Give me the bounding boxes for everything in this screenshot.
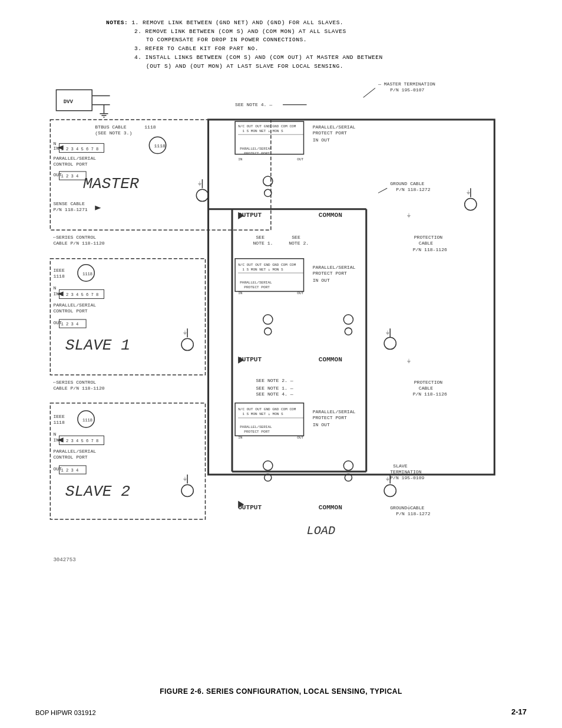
svg-text:P/N 118-1271: P/N 118-1271	[53, 207, 87, 212]
svg-text:IN: IN	[53, 146, 59, 151]
svg-text:NOTE 2.: NOTE 2.	[289, 241, 309, 246]
svg-text:GROUND CABLE: GROUND CABLE	[390, 181, 424, 186]
svg-text:←SERIES CONTROL: ←SERIES CONTROL	[53, 235, 96, 240]
svg-text:⏚: ⏚	[386, 476, 389, 482]
svg-text:⏚: ⏚	[407, 358, 411, 364]
svg-point-154	[384, 485, 396, 496]
svg-text:PARALLEL/SERIAL: PARALLEL/SERIAL	[240, 281, 272, 285]
svg-text:IN        OUT: IN OUT	[313, 137, 330, 143]
note-2b: TO COMPENSATE FOR DROP IN POWER CONNECTI…	[146, 37, 307, 43]
note-2-indent: 2. REMOVE LINK BETWEEN (COM S) AND (COM …	[134, 28, 346, 35]
svg-text:IN: IN	[238, 157, 243, 162]
svg-text:N/C OUT OUT GND GND COM COM: N/C OUT OUT GND GND COM COM	[238, 407, 296, 411]
svg-text:IN: IN	[238, 291, 243, 295]
svg-text:1 2 3 4: 1 2 3 4	[61, 174, 79, 179]
svg-text:COMMON: COMMON	[319, 504, 342, 511]
svg-text:P/N 195-0109: P/N 195-0109	[390, 475, 424, 480]
svg-text:⏚: ⏚	[198, 180, 201, 187]
diagram-svg: text { font-family: 'Courier New', monos…	[32, 56, 527, 637]
svg-text:SEE: SEE	[256, 235, 265, 240]
svg-rect-0	[56, 90, 92, 110]
svg-line-51	[378, 188, 387, 193]
svg-text:SLAVE 1: SLAVE 1	[65, 337, 130, 354]
svg-text:PROTECTION: PROTECTION	[414, 380, 443, 385]
svg-text:COMMON: COMMON	[319, 212, 342, 219]
svg-text:DVV: DVV	[64, 98, 74, 105]
note-1: 1. REMOVE LINK BETWEEN (GND NET) AND (GN…	[131, 19, 343, 26]
svg-point-133	[181, 485, 193, 496]
svg-text:1118: 1118	[82, 272, 92, 276]
svg-rect-52	[209, 120, 495, 475]
svg-text:1 2 3 4 5 6 7 8: 1 2 3 4 5 6 7 8	[61, 439, 99, 443]
svg-text:1118: 1118	[144, 124, 156, 130]
svg-text:1 2 3 4: 1 2 3 4	[61, 322, 79, 327]
svg-text:CONTROL PORT: CONTROL PORT	[53, 454, 87, 460]
svg-text:PARALLEL/SERIAL: PARALLEL/SERIAL	[313, 409, 356, 414]
svg-text:IN        OUT: IN OUT	[313, 422, 330, 427]
notes-label: NOTES:	[106, 19, 128, 26]
svg-text:P/N 118-1272: P/N 118-1272	[396, 187, 430, 192]
svg-text:PROTECT PORT: PROTECT PORT	[244, 285, 270, 289]
svg-text:P/N 118-1272: P/N 118-1272	[396, 511, 430, 516]
svg-point-101	[345, 328, 352, 335]
svg-text:1118: 1118	[53, 420, 65, 425]
svg-text:OUT: OUT	[297, 157, 303, 162]
svg-text:3042753: 3042753	[53, 556, 75, 563]
svg-text:PROTECT PORT: PROTECT PORT	[313, 130, 347, 136]
svg-text:COMMON: COMMON	[319, 356, 342, 363]
svg-point-147	[343, 461, 353, 470]
svg-text:IEEE: IEEE	[53, 268, 65, 273]
figure-caption: FIGURE 2-6. SERIES CONFIGURATION, LOCAL …	[160, 687, 402, 696]
svg-text:1 2 3 4 5 6 7 8: 1 2 3 4 5 6 7 8	[61, 147, 99, 151]
svg-text:PROTECT PORT: PROTECT PORT	[244, 151, 270, 156]
svg-point-145	[263, 461, 273, 470]
svg-text:PROTECT PORT: PROTECT PORT	[313, 415, 347, 420]
svg-text:CABLE: CABLE	[419, 241, 433, 246]
svg-text:N/C OUT OUT GND GND COM COM: N/C OUT OUT GND GND COM COM	[238, 263, 296, 267]
footer-left: BOP HIPWR 031912	[35, 709, 96, 716]
svg-text:BTBUS CABLE: BTBUS CABLE	[95, 124, 126, 130]
svg-point-166	[465, 199, 477, 210]
svg-text:IEEE: IEEE	[53, 414, 65, 419]
svg-point-46	[196, 189, 208, 201]
svg-point-98	[263, 315, 273, 324]
svg-text:PARALLEL/SERIAL: PARALLEL/SERIAL	[53, 449, 96, 454]
svg-text:1118: 1118	[82, 418, 92, 423]
svg-text:MASTER: MASTER	[83, 175, 139, 193]
svg-text:CONTROL PORT: CONTROL PORT	[53, 308, 87, 314]
svg-text:SEE NOTE 1. —: SEE NOTE 1. —	[256, 386, 293, 391]
svg-text:NOTE 1.: NOTE 1.	[253, 241, 273, 246]
svg-text:IN: IN	[53, 291, 59, 297]
svg-text:1   S   MON NET  ⏚  MON  S: 1 S MON NET ⏚ MON S	[242, 268, 283, 272]
svg-text:N/C OUT OUT GND GND COM COM: N/C OUT OUT GND GND COM COM	[238, 124, 296, 129]
svg-text:PARALLEL/SERIAL: PARALLEL/SERIAL	[53, 302, 96, 308]
svg-text:N: N	[53, 285, 56, 291]
svg-text:SENSE CABLE: SENSE CABLE	[53, 201, 84, 206]
svg-text:⏚: ⏚	[407, 505, 411, 511]
svg-text:SLAVE 2: SLAVE 2	[65, 483, 130, 500]
svg-text:OUT: OUT	[297, 291, 303, 295]
svg-text:←SERIES CONTROL: ←SERIES CONTROL	[53, 380, 96, 385]
svg-text:(SEE NOTE 3.): (SEE NOTE 3.)	[95, 130, 132, 136]
svg-text:PARALLEL/SERIAL: PARALLEL/SERIAL	[313, 265, 356, 270]
svg-text:P/N 195-0107: P/N 195-0107	[390, 87, 424, 93]
svg-marker-43	[95, 206, 101, 210]
svg-text:— MASTER TERMINATION: — MASTER TERMINATION	[378, 81, 435, 87]
svg-point-104	[384, 337, 396, 349]
svg-text:P/N 118-1126: P/N 118-1126	[413, 392, 447, 397]
svg-point-99	[265, 328, 272, 335]
svg-text:LOAD: LOAD	[307, 524, 336, 538]
svg-text:PROTECTION: PROTECTION	[414, 235, 443, 240]
svg-text:PROTECT PORT: PROTECT PORT	[244, 430, 270, 434]
svg-text:1   S   MON NET  ⏚  MON  S: 1 S MON NET ⏚ MON S	[242, 129, 283, 133]
svg-text:1   S   MON NET  ⏚  MON  S: 1 S MON NET ⏚ MON S	[242, 412, 283, 416]
svg-text:1 2 3 4: 1 2 3 4	[61, 468, 79, 473]
svg-point-86	[181, 338, 193, 350]
svg-text:CABLE P/N 118-1120: CABLE P/N 118-1120	[53, 386, 104, 391]
svg-text:PROTECT PORT: PROTECT PORT	[313, 271, 347, 276]
svg-text:⏚: ⏚	[407, 212, 411, 219]
svg-text:IN: IN	[53, 437, 59, 443]
svg-text:1118: 1118	[154, 143, 166, 149]
svg-text:CONTROL PORT: CONTROL PORT	[53, 162, 87, 167]
svg-text:SLAVE: SLAVE	[393, 463, 407, 469]
